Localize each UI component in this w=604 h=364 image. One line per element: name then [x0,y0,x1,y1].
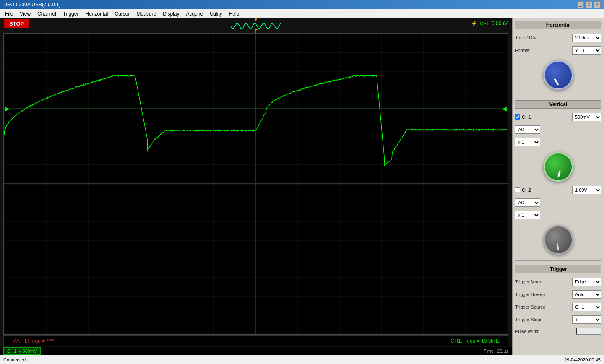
minimize-button[interactable]: _ [577,1,584,8]
horizontal-knob[interactable] [544,60,573,90]
ch1-bottom-voltage: v 500mV [19,348,37,354]
scope-top-panel: ▶ ◀ [4,34,508,184]
menu-measure[interactable]: Measure [133,10,159,18]
trigger-source-row: Trigger Source CH1 CH2 EXT [515,303,601,311]
menu-acquire[interactable]: Acquire [183,10,207,18]
ch2-checkbox[interactable] [515,187,520,192]
ch1-checkbox-row: CH1 500mV 1.00V 100mV [515,113,601,121]
ch1-checkbox[interactable] [515,114,520,120]
title-bar: DSO-5200A USB(7.0.0.1) _ □ ✕ [0,0,604,9]
time-label: Time [484,348,494,354]
time-div-row: Time / DIV 20.0us 10.0us 50.0us [515,34,601,42]
time-bottom-indicator: Time 20.us [484,348,508,354]
system-datetime: 29-04-2020 00:45 [564,357,601,362]
system-status-bar: Connected 29-04-2020 00:45 [0,355,604,364]
ch1-freq-label: CH1:Frequ = 10.3kHz [451,338,500,344]
ch1-voltage-status: 0.00uV [492,21,508,26]
ch1-coupling-row: AC DC GND [515,125,601,134]
ch2-probe-row: x 1 x 10 [515,211,601,219]
window-controls: _ □ ✕ [577,1,601,8]
pulse-width-label: Pulse Width [515,329,540,334]
trigger-slope-row: Trigger Slope + - [515,315,601,324]
trigger-mode-select[interactable]: Edge Pulse Video [572,278,601,286]
ch2-checkbox-row: CH2 1.00V 500mV 2.00V [515,186,601,194]
trigger-slope-label: Trigger Slope [515,317,543,322]
app-title: DSO-5200A USB(7.0.0.1) [3,2,61,8]
horizontal-knob-container [515,60,601,90]
trigger-sweep-row: Trigger Sweep Auto Normal Single [515,290,601,299]
trigger-source-label: Trigger Source [515,304,545,309]
ch1-bottom-label: CH1 [7,348,16,354]
menu-channel[interactable]: Channel [34,10,60,18]
measurements-bar: MATH:Frequ = **** CH1:Frequ = 10.3kHz [3,335,508,346]
ch2-coupling-select[interactable]: AC DC GND [515,198,540,207]
waveform-bottom-canvas [4,184,508,334]
menu-file[interactable]: File [2,10,16,18]
connection-status: Connected [3,357,26,362]
ch1-knob-container [515,152,601,182]
ch2-coupling-row: AC DC GND [515,198,601,207]
trigger-section-title: Trigger [515,265,601,273]
vertical-section-title: Vertical [515,100,601,109]
right-control-panel: Horizontal Time / DIV 20.0us 10.0us 50.0… [512,18,604,355]
menu-help[interactable]: Help [226,10,243,18]
ch1-coupling-select[interactable]: AC DC GND [515,125,540,134]
divider-1 [515,96,601,96]
time-div-label: Time / DIV [515,35,537,40]
lightning-icon: ⚡ [471,21,477,26]
time-value: 20.us [497,348,508,354]
ch1-checkbox-container: CH1 [515,114,531,120]
menu-display[interactable]: Display [159,10,182,18]
ch1-status-label: CH1 [480,21,489,26]
ch1-probe-row: x 1 x 10 [515,138,601,146]
pulse-width-input[interactable]: 10.0nS [576,328,601,335]
ch1-voltage-select[interactable]: 500mV 1.00V 100mV [572,113,601,121]
horizontal-section-title: Horizontal [515,21,601,29]
pulse-width-row: Pulse Width 10.0nS [515,328,601,335]
trigger-mode-label: Trigger Mode [515,279,542,284]
trigger-mode-row: Trigger Mode Edge Pulse Video [515,278,601,286]
divider-2 [515,260,601,261]
ch1-left-arrow: ▶ [5,105,10,112]
menu-trigger[interactable]: Trigger [60,10,82,18]
menu-cursor[interactable]: Cursor [111,10,133,18]
menu-horizontal[interactable]: Horizontal [82,10,111,18]
ch2-probe-select[interactable]: x 1 x 10 [515,211,540,219]
trigger-sweep-select[interactable]: Auto Normal Single [572,290,601,299]
ch1-knob[interactable] [544,152,573,182]
time-div-select[interactable]: 20.0us 10.0us 50.0us [572,34,601,42]
ch1-bottom-indicator: CH1 v 500mV [3,347,41,355]
top-status-bar: STOP ▼ ⚡ CH1 0.00uV [0,18,512,29]
format-row: Format Y - T X - Y [515,46,601,55]
ch2-checkbox-label: CH2 [522,187,531,192]
scope-bottom-panel [4,184,508,334]
ch2-knob[interactable] [544,225,573,255]
ch2-voltage-select[interactable]: 1.00V 500mV 2.00V [572,186,601,194]
menu-view[interactable]: View [16,10,34,18]
maximize-button[interactable]: □ [586,1,592,8]
trigger-position-bar: T [0,29,512,33]
ch1-checkbox-label: CH1 [522,114,531,120]
trigger-sweep-label: Trigger Sweep [515,292,545,297]
math-freq-label: MATH:Frequ = **** [12,338,54,344]
ch1-right-arrow: ◀ [502,105,507,112]
scope-display: ▶ ◀ [3,33,508,335]
menu-bar: File View Channel Trigger Horizontal Cur… [0,9,604,18]
close-button[interactable]: ✕ [594,1,601,8]
menu-utility[interactable]: Utility [206,10,225,18]
waveform-top-canvas [4,34,508,183]
ch2-knob-container [515,225,601,255]
ch1-probe-select[interactable]: x 1 x 10 [515,138,540,146]
format-select[interactable]: Y - T X - Y [572,46,601,55]
trigger-slope-select[interactable]: + - [572,315,601,324]
ch1-status: ⚡ CH1 0.00uV [471,21,508,26]
channel-status-bar: CH1 v 500mV Time 20.us [0,347,512,355]
trigger-source-select[interactable]: CH1 CH2 EXT [572,303,601,311]
ch2-checkbox-container: CH2 [515,187,531,192]
format-label: Format [515,48,530,53]
stop-button[interactable]: STOP [4,19,29,28]
